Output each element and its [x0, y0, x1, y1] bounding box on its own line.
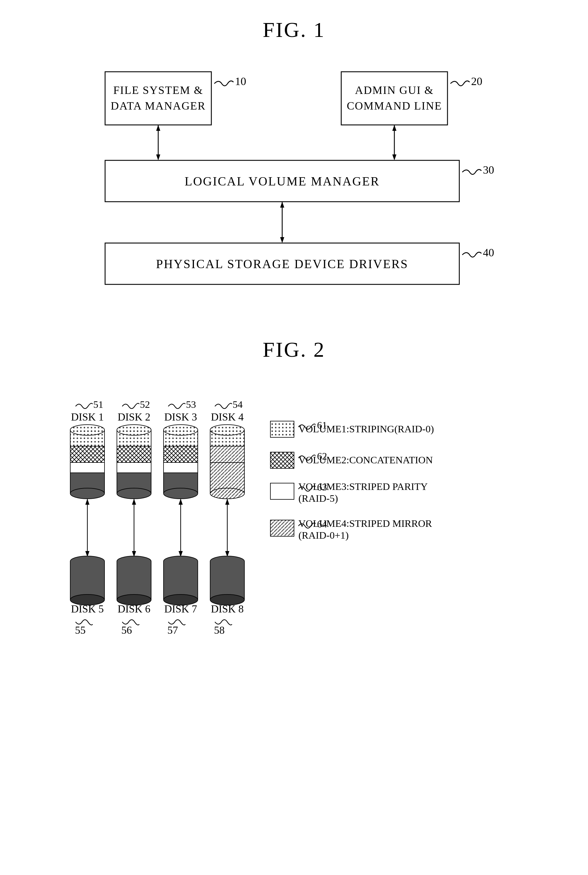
svg-rect-58: [164, 430, 198, 446]
svg-text:VOLUME4:STRIPED MIRROR: VOLUME4:STRIPED MIRROR: [298, 518, 432, 529]
svg-rect-4: [341, 72, 447, 125]
svg-rect-106: [164, 561, 198, 600]
svg-marker-84: [132, 499, 136, 505]
svg-text:57: 57: [167, 624, 178, 636]
svg-text:DISK 7: DISK 7: [164, 603, 197, 615]
svg-point-64: [164, 488, 198, 499]
svg-text:53: 53: [186, 399, 196, 410]
svg-text:VOLUME3:STRIPED PARITY: VOLUME3:STRIPED PARITY: [298, 481, 428, 492]
svg-text:LOGICAL VOLUME MANAGER: LOGICAL VOLUME MANAGER: [185, 174, 380, 188]
svg-text:20: 20: [471, 75, 482, 87]
svg-marker-12: [392, 155, 396, 161]
svg-rect-92: [70, 561, 105, 600]
fig2-section: FIG. 2: [24, 338, 564, 693]
svg-text:PHYSICAL STORAGE DEVICE DRIVER: PHYSICAL STORAGE DEVICE DRIVERS: [156, 257, 408, 271]
svg-text:DISK 5: DISK 5: [71, 603, 104, 615]
fig2-svg: 51 DISK 1: [58, 398, 530, 708]
svg-text:COMMAND LINE: COMMAND LINE: [347, 99, 442, 112]
svg-text:51: 51: [93, 399, 104, 410]
svg-text:55: 55: [75, 624, 86, 636]
svg-text:40: 40: [483, 246, 494, 259]
svg-rect-47: [117, 462, 151, 473]
svg-text:10: 10: [235, 75, 246, 87]
svg-text:DISK 6: DISK 6: [117, 603, 150, 615]
fig1-diagram: FILE SYSTEM & DATA MANAGER 10 ADMIN GUI …: [87, 66, 501, 308]
svg-text:52: 52: [140, 399, 150, 410]
svg-rect-0: [105, 72, 212, 125]
svg-text:56: 56: [122, 624, 132, 636]
svg-rect-119: [270, 421, 294, 437]
svg-text:DISK 4: DISK 4: [211, 411, 243, 423]
svg-rect-45: [117, 430, 151, 446]
svg-rect-60: [164, 462, 198, 473]
svg-text:DISK 2: DISK 2: [117, 411, 150, 423]
svg-rect-32: [70, 430, 105, 446]
svg-marker-87: [178, 499, 183, 505]
svg-marker-9: [156, 155, 160, 161]
fig1-svg: FILE SYSTEM & DATA MANAGER 10 ADMIN GUI …: [87, 66, 501, 308]
svg-text:FILE SYSTEM &: FILE SYSTEM &: [113, 84, 203, 96]
svg-rect-129: [270, 520, 294, 536]
fig2-title: FIG. 2: [263, 338, 325, 362]
svg-point-51: [117, 488, 151, 499]
svg-marker-13: [392, 125, 396, 131]
svg-text:54: 54: [232, 399, 243, 410]
page: FIG. 1 FILE SYSTEM & DATA MANAGER 10 ADM…: [0, 0, 588, 875]
svg-marker-10: [156, 125, 160, 131]
svg-text:VOLUME1:STRIPING(RAID-0): VOLUME1:STRIPING(RAID-0): [298, 423, 434, 435]
svg-text:DISK 1: DISK 1: [71, 411, 104, 423]
svg-rect-72: [210, 446, 244, 462]
svg-text:DISK 3: DISK 3: [164, 411, 197, 423]
svg-rect-113: [210, 561, 244, 600]
svg-text:58: 58: [214, 624, 225, 636]
svg-rect-34: [70, 462, 105, 473]
svg-text:(RAID-5): (RAID-5): [298, 493, 338, 504]
svg-rect-46: [117, 446, 151, 462]
fig1-section: FIG. 1 FILE SYSTEM & DATA MANAGER 10 ADM…: [24, 18, 564, 308]
svg-rect-33: [70, 446, 105, 462]
svg-point-38: [70, 488, 105, 499]
fig1-title: FIG. 1: [263, 18, 325, 42]
svg-rect-125: [270, 483, 294, 499]
svg-text:ADMIN GUI &: ADMIN GUI &: [355, 84, 434, 96]
svg-text:DISK 8: DISK 8: [211, 603, 243, 615]
svg-marker-81: [85, 499, 90, 505]
svg-rect-122: [270, 452, 294, 468]
svg-text:DATA MANAGER: DATA MANAGER: [111, 99, 206, 112]
svg-text:VOLUME2:CONCATENATION: VOLUME2:CONCATENATION: [298, 455, 433, 465]
fig2-diagram: 51 DISK 1: [58, 398, 530, 693]
svg-marker-19: [280, 202, 284, 208]
svg-rect-99: [117, 561, 151, 600]
svg-rect-71: [210, 430, 244, 446]
svg-rect-59: [164, 446, 198, 462]
svg-text:30: 30: [483, 164, 494, 176]
svg-point-76: [210, 488, 244, 499]
svg-marker-90: [225, 499, 230, 505]
svg-text:(RAID-0+1): (RAID-0+1): [298, 530, 349, 541]
svg-marker-18: [280, 237, 284, 243]
